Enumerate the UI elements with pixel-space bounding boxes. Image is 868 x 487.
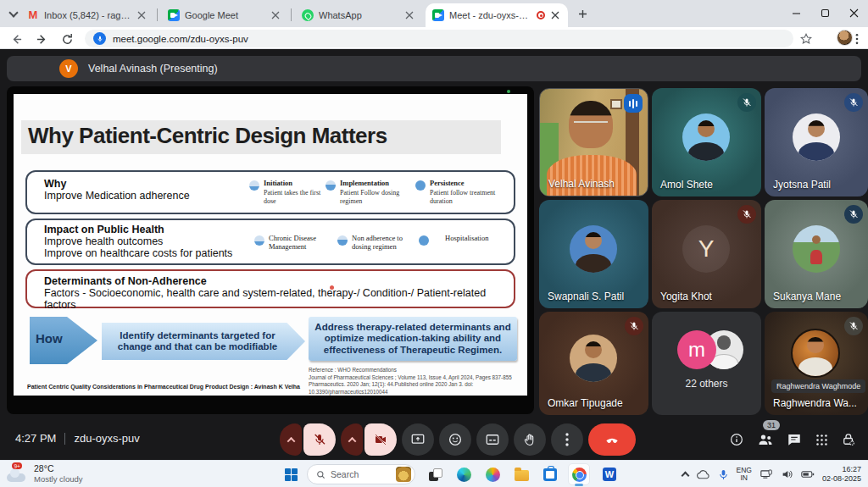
reference-line: Pharmaceutics. 2020 Jan; 12(1): 44.Publi… [309,381,527,396]
start-button[interactable] [280,463,302,485]
active-app-indicator [575,484,583,486]
participant-tile-velhal[interactable]: Velhal Avinash [539,88,648,196]
gmail-icon: M [27,9,39,21]
window-minimize-button[interactable] [782,0,810,25]
host-controls-button[interactable] [839,430,858,449]
store-icon [543,468,557,481]
meet-main-area: V Velhal Avinash (Presenting) Why Patien… [0,49,868,460]
participant-tile-sukanya[interactable]: Sukanya Mane [765,200,868,308]
network-icon[interactable] [760,469,773,479]
meeting-code: zdu-oyxs-puv [74,432,139,445]
volume-icon[interactable] [782,469,793,479]
participant-tile-raghwendra[interactable]: Raghwendra Waghmode Raghwendra Wa... [765,312,868,415]
participant-tile-swapnali[interactable]: Swapnali S. Patil [539,200,648,308]
item-label: Non adherence to dosing regimen [352,234,415,251]
microsoft-store-button[interactable] [539,463,561,485]
mic-off-icon [625,317,643,335]
item-label: Initiation [264,179,331,187]
screen: M Inbox (5,842) - raghwanwaghm Google Me… [0,0,868,487]
tray-clock[interactable]: 16:27 02-08-2025 [822,465,861,484]
tab-meet-active[interactable]: Meet - zdu-oyxs-puv [426,3,568,27]
tab-whatsapp[interactable]: WhatsApp [295,3,422,27]
weather-widget[interactable]: 9+ 28°C Mostly cloudy [5,462,83,484]
address-bar[interactable]: meet.google.com/zdu-oyxs-puv [85,30,793,47]
divider [64,433,65,445]
activities-button[interactable] [812,430,831,449]
forward-button[interactable] [32,30,51,48]
copilot-button[interactable] [481,463,504,485]
new-tab-button[interactable] [576,8,588,19]
window-controls [782,0,868,25]
reload-button[interactable] [58,30,76,48]
present-screen-button[interactable] [402,423,434,456]
participant-tile-others[interactable]: m 22 others [652,312,761,415]
people-panel-button[interactable] [756,430,775,449]
edge-button[interactable] [453,463,475,485]
slide-title-band: Why Patient-Centric Design Matters [21,120,501,154]
chat-panel-button[interactable] [785,430,804,449]
participant-tile-jyotsna[interactable]: Jyotsna Patil [765,88,868,196]
word-icon: W [603,468,616,481]
participant-tile-amol[interactable]: Amol Shete [652,88,761,196]
weather-temp: 28°C [34,463,83,474]
chevron-down-icon [8,8,18,17]
window-maximize-button[interactable] [810,0,839,25]
mic-toggle-button[interactable] [303,423,336,456]
participant-video-person [547,155,637,196]
meeting-details-button[interactable] [727,430,746,449]
presentation-stage[interactable]: Why Patient-Centric Design Matters Why I… [7,86,534,414]
captions-button[interactable] [476,423,509,456]
camera-control-group [341,423,397,456]
camera-toggle-button[interactable] [364,423,397,456]
implementation-item: Implementation Patient Follow dosing reg… [326,179,414,205]
participant-name: Yogita Khot [660,291,712,302]
chrome-button[interactable] [568,463,590,485]
whatsapp-icon [302,9,314,21]
back-button[interactable] [7,30,25,48]
browser-tab-strip: M Inbox (5,842) - raghwanwaghm Google Me… [0,0,868,27]
others-count-label: 22 others [652,378,761,390]
word-button[interactable]: W [598,463,620,485]
item-label: Persistence [430,179,510,187]
search-placeholder: Search [331,469,396,479]
chrome-icon [572,468,587,482]
mic-off-icon [737,205,756,224]
tab-close-icon[interactable] [403,9,415,21]
window-close-button[interactable] [839,0,868,25]
slide-box-why: Why Improve Medication adherence Initiat… [25,170,515,214]
camera-options-button[interactable] [341,423,363,456]
bookmark-star-icon[interactable] [797,30,815,48]
end-call-button[interactable] [588,423,636,456]
more-options-button[interactable] [551,423,583,456]
battery-icon[interactable] [801,470,815,479]
mic-permission-icon[interactable] [93,32,106,45]
mic-options-button[interactable] [280,423,302,456]
file-explorer-button[interactable] [510,463,532,485]
hidden-icons-button[interactable] [682,470,688,479]
initiation-item: Initiation Patient takes the first dose [249,179,331,205]
browser-menu-button[interactable] [848,30,866,48]
avatar [682,113,730,161]
reference-line: Journal of Pharmaceutical Sciences ; Vol… [309,374,527,382]
onedrive-icon[interactable] [697,469,710,479]
tab-close-icon[interactable] [270,9,281,21]
language-indicator[interactable]: ENGIN [737,467,752,482]
tab-search-button[interactable] [7,8,20,21]
participant-tile-omkar[interactable]: Omkar Tipugade [539,312,648,415]
tab-gmail[interactable]: M Inbox (5,842) - raghwanwaghm [20,3,154,27]
reactions-button[interactable] [439,423,471,456]
tab-close-icon[interactable] [549,9,561,21]
tab-google-meet[interactable]: Google Meet [161,3,288,27]
hospitalisation-item: Hospitalisation [419,234,512,246]
search-highlight-icon [396,467,411,482]
raise-hand-button[interactable] [514,423,546,456]
windows-taskbar: 9+ 28°C Mostly cloudy Search W ENGIN [0,460,868,487]
how-step2-box: Address therapy-related determinants and… [309,317,517,361]
taskbar-search[interactable]: Search [307,464,415,484]
copilot-icon [486,468,500,482]
participant-tile-yogita[interactable]: Y Yogita Khot [652,200,761,308]
tab-close-icon[interactable] [136,9,147,21]
browser-toolbar: meet.google.com/zdu-oyxs-puv [0,27,868,49]
task-view-button[interactable] [424,463,446,485]
mic-tray-icon[interactable] [719,469,728,480]
